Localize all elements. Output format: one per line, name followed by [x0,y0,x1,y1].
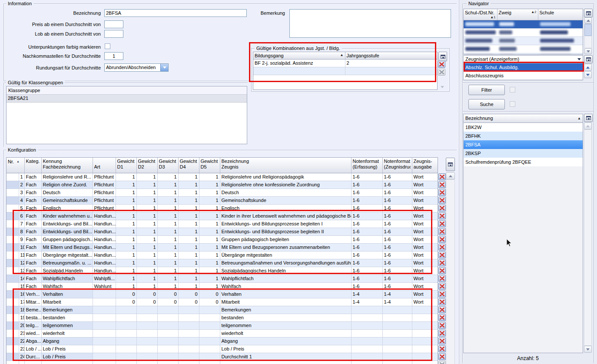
navigator-scroll-up-button[interactable] [584,17,592,23]
kennung-cell[interactable]: Mit Eltern und Bezugs... [41,243,93,251]
gewicht-d4-cell[interactable] [178,321,199,329]
klassengruppe-item[interactable]: 2BFSA21 [7,95,247,103]
konfiguration-column-chooser-button[interactable] [446,158,455,171]
art-cell[interactable]: Handlun... [93,228,116,235]
delete-row-button[interactable] [438,291,446,298]
gewicht-d1-cell[interactable]: 1 [116,228,136,235]
kennung-cell[interactable]: Sozialpäd.Handeln [41,267,93,275]
unterpunktungen-checkbox[interactable] [105,43,110,49]
zeugnisausgabe-cell[interactable] [412,306,438,314]
konfig-col-gewicht-d4[interactable]: GewichtD4 [178,158,199,173]
gewicht-d1-cell[interactable] [116,345,136,353]
kategorie-cell[interactable]: Fach [24,204,41,212]
nr-cell[interactable]: 1 [19,173,24,181]
delete-row-button[interactable] [438,314,446,321]
gewicht-d2-cell[interactable] [136,345,157,353]
gewicht-d4-cell[interactable] [178,314,199,321]
zeugnisart-scroll-up-button[interactable] [584,64,592,71]
notenformat-erfassung-cell[interactable]: 1-6 [351,189,382,196]
notenformat-erfassung-cell[interactable]: 1-6 [351,220,382,228]
art-cell[interactable] [93,329,116,337]
gewicht-d1-cell[interactable]: 1 [116,251,136,259]
gewicht-d1-cell[interactable]: 1 [116,243,136,251]
notenformat-zeugnisdruck-cell[interactable] [382,306,412,314]
zeugnisausgabe-cell[interactable] [412,337,438,345]
notenformat-zeugnisdruck-cell[interactable]: 1-6 [382,251,412,259]
navigator-scrollbar-thumb[interactable] [584,24,592,36]
gewicht-d3-cell[interactable]: 1 [157,228,178,235]
kategorie-cell[interactable]: besta... [24,314,41,321]
kennung-cell[interactable]: Englisch [41,204,93,212]
notenformat-erfassung-cell[interactable] [351,314,382,321]
zeugnisausgabe-cell[interactable] [412,314,438,321]
delete-row-button[interactable] [438,306,446,313]
row-selector[interactable] [7,189,19,196]
zeugnisausgabe-cell[interactable]: Wort [412,267,438,275]
preis-input[interactable] [104,20,123,28]
konfig-row[interactable]: 3FachDeutschPflichtunt11111Deutsch1-61-6… [7,189,438,196]
gewicht-d2-cell[interactable]: 0 [136,290,157,298]
konfig-row[interactable]: 21wied...wiederholtwiederholt [7,329,438,337]
bezeichnung-zeugnis-cell[interactable]: Lob / Preis [220,345,351,353]
row-selector[interactable] [7,196,19,204]
art-cell[interactable]: Pflichtunt [93,196,116,204]
zeugnisausgabe-cell[interactable] [412,353,438,361]
konfig-row[interactable]: 1FachReligionslehre und R...Pflichtunt11… [7,173,438,181]
gewicht-d3-cell[interactable]: 1 [157,251,178,259]
kennung-cell[interactable]: teilgenommen [41,321,93,329]
art-cell[interactable] [93,337,116,345]
gewicht-d3-cell[interactable]: 1 [157,235,178,243]
kategorie-cell[interactable]: Lob / ... [24,345,41,353]
gewicht-d1-cell[interactable] [116,329,136,337]
nr-cell[interactable]: 17 [19,298,24,306]
gewicht-d5-cell[interactable] [199,329,220,337]
kategorie-cell[interactable]: Fach [24,181,41,189]
notenformat-zeugnisdruck-cell[interactable]: 1-6 [382,243,412,251]
row-selector[interactable] [7,267,19,275]
kennung-cell[interactable]: Lob / Preis [41,353,93,361]
art-cell[interactable] [93,345,116,353]
notenformat-erfassung-cell[interactable] [351,337,382,345]
notenformat-erfassung-cell[interactable]: 1-6 [351,243,382,251]
row-selector[interactable] [7,259,19,267]
konfig-row[interactable]: 13FachSozialpäd.HandelnHandlun...11111So… [7,267,438,275]
gewicht-d5-cell[interactable]: 1 [199,267,220,275]
zeugnisausgabe-cell[interactable]: Wort [412,228,438,235]
art-cell[interactable]: Handlun... [93,212,116,220]
gewicht-d2-cell[interactable]: 0 [136,298,157,306]
gewicht-d5-cell[interactable]: 1 [199,282,220,290]
notenformat-zeugnisdruck-cell[interactable]: 1-6 [382,275,412,282]
gewicht-d3-cell[interactable]: 1 [157,196,178,204]
kategorie-cell[interactable]: Fach [24,212,41,220]
row-selector[interactable] [7,243,19,251]
art-cell[interactable]: Handlun... [93,243,116,251]
notenformat-zeugnisdruck-cell[interactable]: 1-6 [382,196,412,204]
navigator-row-redacted[interactable] [464,37,583,45]
delete-row-button[interactable] [438,353,446,360]
suche-button[interactable]: Suche [468,99,505,109]
bezeichnung-zeugnis-cell[interactable]: Abgang [220,337,351,345]
art-cell[interactable] [93,298,116,306]
bezeichnung-zeugnis-cell[interactable]: Deutsch [220,189,351,196]
konfig-row[interactable]: 24Durc...Lob / PreisDurchschnitt 1 [7,353,438,361]
zeugnisausgabe-cell[interactable]: Wort [412,189,438,196]
nr-cell[interactable]: 8 [19,228,24,235]
gewicht-d2-cell[interactable]: 1 [136,282,157,290]
gewicht-d1-cell[interactable]: 1 [116,259,136,267]
konfig-col-gewicht-d2[interactable]: GewichtD2 [136,158,157,173]
bezeichnung-zeugnis-cell[interactable]: Wahlfach [220,282,351,290]
navigator-row-redacted[interactable] [464,29,583,37]
gewicht-d3-cell[interactable]: 1 [157,243,178,251]
gewicht-d5-cell[interactable] [199,337,220,345]
nr-cell[interactable]: 21 [19,329,24,337]
rundungsart-dropdown-button[interactable] [160,64,168,71]
konfig-row[interactable]: 15FachWahlfachWahlunt11111Wahlfach1-61-6… [7,282,438,290]
konfig-row[interactable]: 12FachBetreuungsmaßn. u. ...Handlun...11… [7,259,438,267]
notenformat-erfassung-cell[interactable]: 1-6 [351,173,382,181]
gewicht-d2-cell[interactable] [136,314,157,321]
delete-row-button[interactable] [438,322,446,329]
gewicht-d2-cell[interactable] [136,337,157,345]
nr-cell[interactable]: 19 [19,314,24,321]
gewicht-d3-cell[interactable] [157,314,178,321]
kennung-cell[interactable]: Entwicklungs- und Bil... [41,220,93,228]
